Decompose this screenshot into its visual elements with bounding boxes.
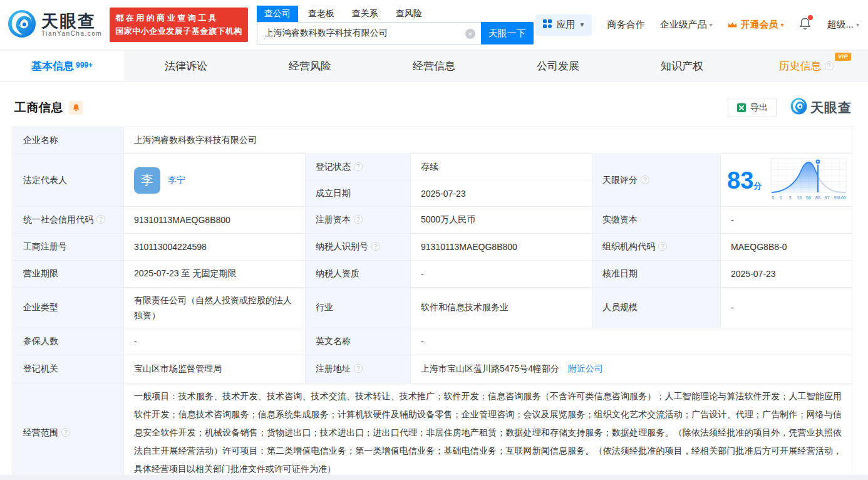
search-tab-relation[interactable]: 查关系 xyxy=(344,6,386,22)
taxpayer-quality-label: 纳税人资质 xyxy=(306,261,411,288)
chevron-down-icon: ▾ xyxy=(780,21,783,28)
taxpayer-id-label: 纳税人识别号 xyxy=(316,241,368,251)
reg-status-label: 登记状态 xyxy=(316,162,351,172)
business-term-value: 2025-07-23 至 无固定期限 xyxy=(124,261,306,288)
search-tab-boss[interactable]: 查老板 xyxy=(301,6,342,22)
monitor-bell-button[interactable] xyxy=(69,101,83,115)
tianyan-score: 83分 xyxy=(727,157,847,203)
legal-rep-label: 法定代表人 xyxy=(13,154,124,207)
staff-size-value: - xyxy=(721,288,852,328)
tab-company-development[interactable]: 公司发展 xyxy=(496,51,620,81)
section-header: 工商信息 导出 xyxy=(14,98,852,117)
help-icon[interactable]: ? xyxy=(354,162,363,171)
table-row: 营业期限 2025-07-23 至 无固定期限 纳税人资质 - 核准日期 202… xyxy=(13,261,852,288)
help-icon[interactable]: ? xyxy=(658,242,667,251)
nearby-companies-link[interactable]: 附近公司 xyxy=(568,363,603,373)
credit-code-value: 91310113MAEQG8B800 xyxy=(124,207,306,234)
vip-badge: VIP xyxy=(835,53,851,61)
crown-icon xyxy=(727,21,738,29)
export-label: 导出 xyxy=(750,102,768,113)
svg-text:85: 85 xyxy=(815,195,820,201)
legal-rep-link[interactable]: 李宁 xyxy=(168,175,185,186)
reg-authority-label: 登记机关 xyxy=(13,355,124,383)
svg-text:97: 97 xyxy=(824,195,829,201)
credit-code-label: 统一社会信用代码 xyxy=(23,214,93,224)
tianyancha-logo-icon xyxy=(790,98,807,117)
legal-rep-avatar[interactable]: 李 xyxy=(134,167,160,194)
tab-label: 经营风险 xyxy=(289,59,331,73)
svg-text:50: 50 xyxy=(806,195,811,201)
tab-label: 公司发展 xyxy=(537,59,579,73)
nav-enterprise-products[interactable]: 企业级产品 ▾ xyxy=(659,19,712,31)
search-button[interactable]: 天眼一下 xyxy=(481,22,534,44)
clear-search-icon[interactable]: × xyxy=(465,29,475,39)
org-code-label: 组织机构代码 xyxy=(602,241,655,251)
nav-business-cooperation[interactable]: 商务合作 xyxy=(607,19,644,31)
tianyancha-logo[interactable]: 天眼查 TianYanCha.com xyxy=(8,9,102,41)
brand-name: 天眼查 xyxy=(41,13,102,30)
tab-basic-info[interactable]: 基本信息 999+ xyxy=(0,51,124,81)
tab-legal-proceedings[interactable]: 法律诉讼 xyxy=(124,51,248,81)
tab-business-risk[interactable]: 经营风险 xyxy=(248,51,372,81)
approval-date-label: 核准日期 xyxy=(592,261,721,288)
user-label: 超级... xyxy=(827,19,854,31)
company-name-value: 上海鸿睿数科数字科技有限公司 xyxy=(124,127,852,154)
search-tab-company[interactable]: 查公司 xyxy=(257,6,298,22)
company-type-label: 企业类型 xyxy=(13,288,124,328)
tab-history-info[interactable]: VIP 历史信息 ? xyxy=(744,51,868,81)
paid-capital-label: 实缴资本 xyxy=(592,207,721,234)
nav-open-vip[interactable]: 开通会员 ▾ xyxy=(727,19,783,31)
header-nav: 应用 ▼ 商务合作 企业级产品 ▾ 开通会员 ▾ xyxy=(535,14,859,36)
chevron-down-icon: ▾ xyxy=(856,21,859,28)
reg-address-value: 上海市宝山区蕰川路5475号4幢部分 xyxy=(421,363,559,373)
est-date-value: 2025-07-23 xyxy=(411,180,592,207)
notification-bell[interactable] xyxy=(798,17,812,33)
tab-intellectual-property[interactable]: 知识产权 xyxy=(620,51,744,81)
excel-icon xyxy=(736,103,747,113)
reg-address-label: 注册地址 xyxy=(316,363,351,373)
help-icon[interactable]: ? xyxy=(371,242,380,251)
paid-capital-value: - xyxy=(721,207,852,234)
help-icon[interactable]: ? xyxy=(641,175,649,184)
search-input[interactable] xyxy=(257,23,481,44)
notification-dot xyxy=(808,15,813,20)
apps-label: 应用 xyxy=(556,19,575,31)
enterprise-label: 企业级产品 xyxy=(659,19,706,31)
tab-business-info[interactable]: 经营信息 xyxy=(372,51,496,81)
english-name-value: - xyxy=(411,328,852,355)
svg-text:3: 3 xyxy=(788,195,791,201)
business-scope-value: 一般项目：技术服务、技术开发、技术咨询、技术交流、技术转让、技术推广；软件开发；… xyxy=(124,383,852,480)
taxpayer-id-value: 91310113MAEQG8B800 xyxy=(411,234,592,261)
svg-text:15: 15 xyxy=(797,195,802,201)
table-row: 工商注册号 310113004224598 纳税人识别号? 91310113MA… xyxy=(13,234,852,261)
org-code-value: MAEQG8B8-0 xyxy=(721,234,852,261)
watermark-text: 天眼查 xyxy=(810,99,852,117)
apps-menu[interactable]: 应用 ▼ xyxy=(535,14,592,36)
help-icon[interactable]: ? xyxy=(825,61,834,70)
page-background-strip xyxy=(0,475,868,480)
search-block: 查公司 查老板 查关系 查风险 × 天眼一下 xyxy=(257,5,534,44)
company-type-value: 有限责任公司（自然人投资或控股的法人独资） xyxy=(124,288,306,328)
export-button[interactable]: 导出 xyxy=(728,98,777,117)
table-row: 企业类型 有限责任公司（自然人投资或控股的法人独资） 行业 软件和信息技术服务业… xyxy=(13,288,852,328)
reg-capital-label: 注册资本 xyxy=(316,214,351,224)
insured-count-value: - xyxy=(124,328,306,355)
help-icon[interactable]: ? xyxy=(354,215,363,224)
reg-capital-value: 5000万人民币 xyxy=(411,207,592,234)
nav-user-account[interactable]: 超级... ▾ xyxy=(827,19,859,31)
score-distribution-chart: 0 1 3 15 50 85 97 99 100 xyxy=(770,157,847,203)
est-date-label: 成立日期 xyxy=(306,180,411,207)
help-icon[interactable]: ? xyxy=(61,428,70,437)
table-row: 经营范围? 一般项目：技术服务、技术开发、技术咨询、技术交流、技术转让、技术推广… xyxy=(13,383,852,480)
slogan-line2: 国家中小企业发展子基金旗下机构 xyxy=(115,25,242,38)
bell-icon xyxy=(72,103,80,112)
help-icon[interactable]: ? xyxy=(354,364,363,373)
svg-text:1: 1 xyxy=(780,195,782,201)
help-icon[interactable]: ? xyxy=(96,215,105,224)
section-title: 工商信息 xyxy=(14,100,63,116)
reg-number-label: 工商注册号 xyxy=(13,234,124,261)
score-label: 天眼评分 xyxy=(602,175,638,185)
table-row: 企业名称 上海鸿睿数科数字科技有限公司 xyxy=(13,127,852,154)
search-tab-risk[interactable]: 查风险 xyxy=(388,6,430,22)
business-term-label: 营业期限 xyxy=(13,261,124,288)
